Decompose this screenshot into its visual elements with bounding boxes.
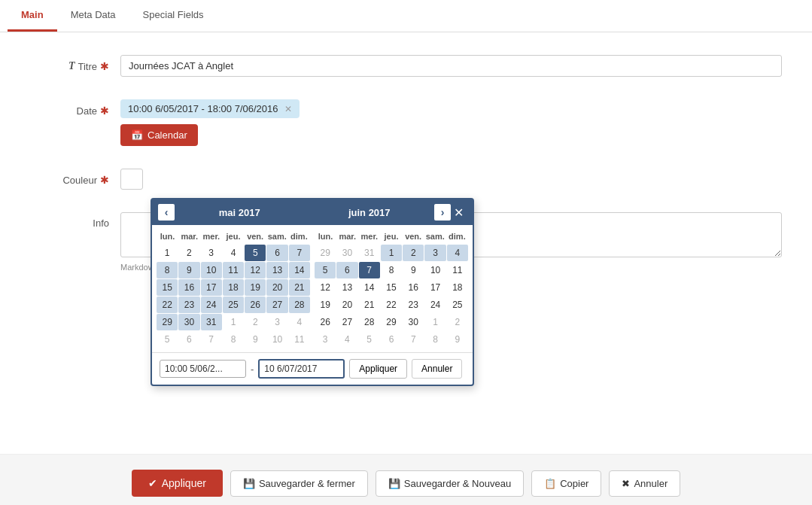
cal-day[interactable]: 8	[381, 262, 402, 278]
cal-day[interactable]: 29	[381, 314, 402, 330]
cal-day[interactable]: 30	[336, 245, 357, 261]
cal-day[interactable]: 3	[424, 245, 446, 261]
calendar-end-input[interactable]	[258, 359, 345, 379]
cal-day[interactable]: 27	[336, 314, 357, 330]
cal-day[interactable]: 13	[336, 279, 357, 296]
cal-day[interactable]: 31	[359, 245, 380, 261]
cal-day[interactable]: 6	[381, 331, 402, 348]
cal-day[interactable]: 4	[289, 314, 310, 330]
copy-button[interactable]: 📋 Copier	[531, 470, 601, 497]
cal-day[interactable]: 3	[315, 331, 336, 348]
cal-day[interactable]: 3	[266, 314, 287, 330]
cal-day[interactable]: 4	[336, 331, 357, 348]
cal-day[interactable]: 1	[157, 245, 178, 261]
cal-day-selected[interactable]: 7	[359, 262, 380, 278]
tab-special-fields[interactable]: Special Fields	[129, 0, 217, 32]
cal-day[interactable]: 25	[223, 297, 244, 313]
cal-day[interactable]: 31	[201, 314, 222, 330]
cal-day[interactable]: 24	[201, 297, 222, 313]
cal-day-selected[interactable]: 5	[245, 245, 266, 261]
cal-day[interactable]: 19	[245, 279, 266, 296]
cal-day[interactable]: 25	[447, 297, 468, 313]
cal-day[interactable]: 9	[245, 331, 266, 348]
cal-day[interactable]: 4	[447, 245, 468, 261]
tab-main[interactable]: Main	[8, 0, 57, 32]
cal-day[interactable]: 30	[178, 314, 199, 330]
cal-day[interactable]: 20	[336, 297, 357, 313]
cal-day[interactable]: 6	[178, 331, 199, 348]
cal-day[interactable]: 7	[201, 331, 222, 348]
cal-day[interactable]: 9	[447, 331, 468, 348]
titre-input[interactable]	[120, 55, 782, 77]
cal-day[interactable]: 20	[266, 279, 287, 296]
cal-day[interactable]: 29	[157, 314, 178, 330]
cal-day[interactable]: 18	[447, 279, 468, 296]
cal-day[interactable]: 30	[403, 314, 424, 330]
calendar-apply-button[interactable]: Appliquer	[349, 359, 407, 379]
cal-day[interactable]: 11	[223, 262, 244, 278]
save-close-button[interactable]: 💾 Sauvegarder & fermer	[230, 470, 368, 497]
date-tag[interactable]: 10:00 6/05/2017 - 18:00 7/06/2016 ✕	[120, 99, 300, 118]
cal-day[interactable]: 18	[223, 279, 244, 296]
cal-day[interactable]: 8	[223, 331, 244, 348]
cal-day[interactable]: 7	[289, 245, 310, 261]
cal-day[interactable]: 11	[447, 262, 468, 278]
cal-day[interactable]: 21	[289, 279, 310, 296]
cal-day[interactable]: 11	[289, 331, 310, 348]
cal-day[interactable]: 26	[315, 314, 336, 330]
cal-day[interactable]: 5	[359, 331, 380, 348]
cal-day[interactable]: 1	[381, 245, 402, 261]
cal-day[interactable]: 4	[223, 245, 244, 261]
calendar-button[interactable]: 📅 Calendar	[120, 124, 198, 146]
calendar-cancel-button[interactable]: Annuler	[412, 359, 462, 379]
cal-day[interactable]: 28	[359, 314, 380, 330]
cal-day[interactable]: 13	[266, 262, 287, 278]
cal-day[interactable]: 2	[245, 314, 266, 330]
cal-day[interactable]: 3	[201, 245, 222, 261]
cal-day[interactable]: 24	[424, 297, 446, 313]
cal-day[interactable]: 6	[336, 262, 357, 278]
cal-day[interactable]: 1	[424, 314, 446, 330]
cal-day[interactable]: 17	[201, 279, 222, 296]
cal-day[interactable]: 27	[266, 297, 287, 313]
cal-day[interactable]: 15	[381, 279, 402, 296]
cal-day[interactable]: 5	[315, 262, 336, 278]
cal-day[interactable]: 26	[245, 297, 266, 313]
calendar-close-button[interactable]: ✕	[451, 205, 467, 220]
cal-day[interactable]: 29	[315, 245, 336, 261]
apply-button[interactable]: ✔ Appliquer	[132, 470, 223, 497]
cal-day[interactable]: 2	[178, 245, 199, 261]
date-clear-button[interactable]: ✕	[284, 104, 292, 114]
cancel-button[interactable]: ✖ Annuler	[609, 470, 680, 497]
cal-day[interactable]: 10	[201, 262, 222, 278]
cal-day[interactable]: 14	[359, 279, 380, 296]
cal-day[interactable]: 10	[266, 331, 287, 348]
cal-day[interactable]: 23	[403, 297, 424, 313]
cal-day[interactable]: 16	[178, 279, 199, 296]
cal-day[interactable]: 1	[223, 314, 244, 330]
cal-day[interactable]: 10	[424, 262, 446, 278]
cal-day[interactable]: 28	[289, 297, 310, 313]
cal-day[interactable]: 7	[403, 331, 424, 348]
cal-day[interactable]: 8	[157, 262, 178, 278]
cal-day[interactable]: 21	[359, 297, 380, 313]
cal-day[interactable]: 2	[447, 314, 468, 330]
cal-day[interactable]: 12	[315, 279, 336, 296]
cal-day[interactable]: 9	[178, 262, 199, 278]
cal-day[interactable]: 14	[289, 262, 310, 278]
color-picker[interactable]	[120, 169, 143, 190]
cal-day[interactable]: 22	[381, 297, 402, 313]
cal-day[interactable]: 22	[157, 297, 178, 313]
cal-day[interactable]: 15	[157, 279, 178, 296]
cal-day[interactable]: 16	[403, 279, 424, 296]
calendar-start-input[interactable]	[160, 360, 246, 378]
calendar-prev-button[interactable]: ‹	[158, 204, 175, 221]
cal-day[interactable]: 2	[403, 245, 424, 261]
tab-meta[interactable]: Meta Data	[57, 0, 129, 32]
cal-day[interactable]: 23	[178, 297, 199, 313]
cal-day[interactable]: 17	[424, 279, 446, 296]
calendar-next-button[interactable]: ›	[434, 204, 451, 221]
cal-day[interactable]: 12	[245, 262, 266, 278]
save-new-button[interactable]: 💾 Sauvegarder & Nouveau	[376, 470, 524, 497]
cal-day[interactable]: 9	[403, 262, 424, 278]
